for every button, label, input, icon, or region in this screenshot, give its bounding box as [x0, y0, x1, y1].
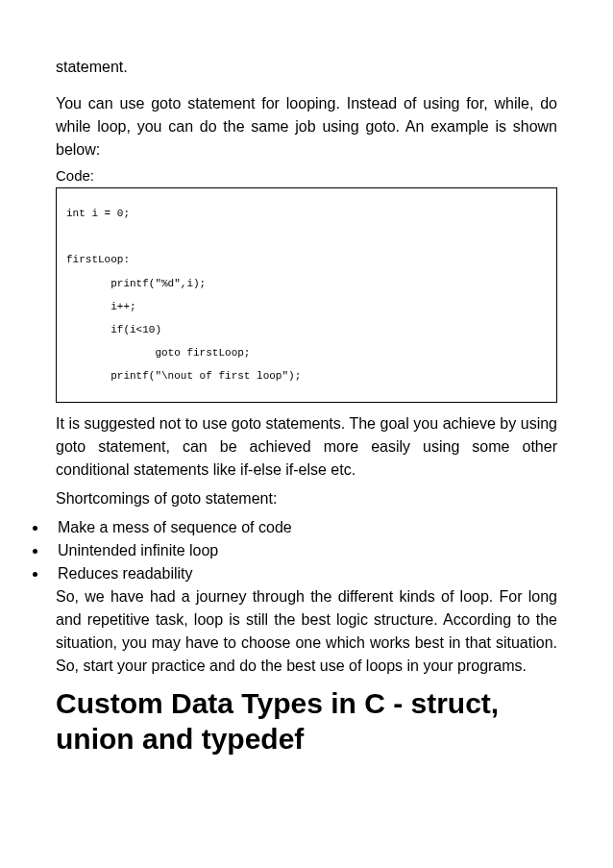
- shortcomings-list: Make a mess of sequence of code Unintend…: [21, 516, 557, 585]
- list-item: Make a mess of sequence of code: [48, 516, 557, 539]
- shortcomings-title: Shortcomings of goto statement:: [56, 487, 557, 510]
- code-block: int i = 0; firstLoop: printf("%d",i); i+…: [56, 187, 557, 403]
- paragraph-goto-intro: You can use goto statement for looping. …: [56, 92, 557, 161]
- paragraph-suggestion: It is suggested not to use goto statemen…: [56, 412, 557, 482]
- section-heading: Custom Data Types in C - struct, union a…: [56, 685, 557, 757]
- paragraph-statement: statement.: [56, 56, 557, 79]
- list-item: Unintended infinite loop: [48, 539, 557, 562]
- code-label: Code:: [56, 167, 557, 184]
- list-item: Reduces readability: [48, 562, 557, 585]
- paragraph-conclusion: So, we have had a journey through the di…: [56, 585, 557, 678]
